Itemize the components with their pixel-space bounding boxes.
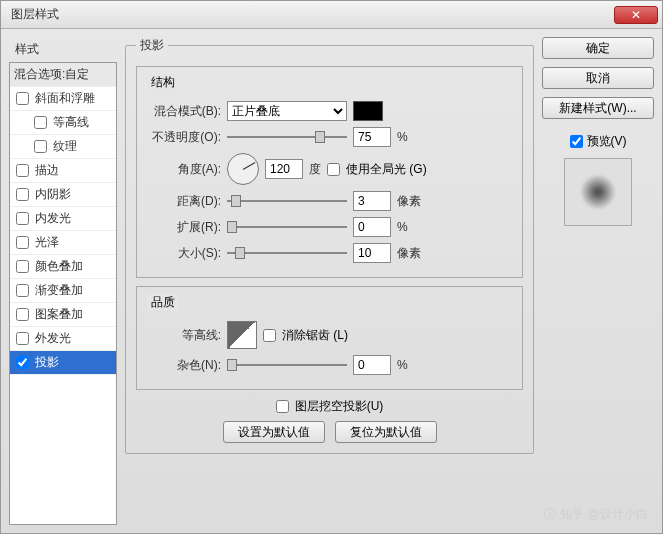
styles-title: 样式 [9, 37, 117, 62]
noise-input[interactable] [353, 355, 391, 375]
style-item-label: 外发光 [35, 330, 71, 347]
style-item-checkbox[interactable] [16, 356, 29, 369]
noise-unit: % [397, 358, 408, 372]
antialias-label: 消除锯齿 (L) [282, 327, 348, 344]
contour-picker[interactable] [227, 321, 257, 349]
style-item[interactable]: 内阴影 [10, 183, 116, 207]
quality-legend: 品质 [147, 294, 179, 311]
style-item[interactable]: 纹理 [10, 135, 116, 159]
size-slider[interactable] [227, 245, 347, 261]
make-default-button[interactable]: 设置为默认值 [223, 421, 325, 443]
size-unit: 像素 [397, 245, 421, 262]
style-item-checkbox[interactable] [16, 212, 29, 225]
angle-label: 角度(A): [147, 161, 221, 178]
section-title: 投影 [136, 37, 168, 54]
angle-unit: 度 [309, 161, 321, 178]
dialog-title: 图层样式 [11, 6, 614, 23]
noise-label: 杂色(N): [147, 357, 221, 374]
size-input[interactable] [353, 243, 391, 263]
new-style-button[interactable]: 新建样式(W)... [542, 97, 654, 119]
style-item[interactable]: 渐变叠加 [10, 279, 116, 303]
spread-unit: % [397, 220, 408, 234]
style-item[interactable]: 图案叠加 [10, 303, 116, 327]
size-label: 大小(S): [147, 245, 221, 262]
style-item-checkbox[interactable] [16, 332, 29, 345]
close-button[interactable]: ✕ [614, 6, 658, 24]
quality-group: 品质 等高线: 消除锯齿 (L) 杂色(N): % [136, 286, 523, 390]
style-item-checkbox[interactable] [16, 308, 29, 321]
shadow-color-swatch[interactable] [353, 101, 383, 121]
angle-input[interactable] [265, 159, 303, 179]
antialias-checkbox[interactable] [263, 329, 276, 342]
preview-label: 预览(V) [587, 133, 627, 150]
style-item-checkbox[interactable] [16, 188, 29, 201]
opacity-unit: % [397, 130, 408, 144]
layer-style-dialog: 图层样式 ✕ 样式 混合选项:自定 斜面和浮雕等高线纹理描边内阴影内发光光泽颜色… [0, 0, 663, 534]
style-item-label: 内发光 [35, 210, 71, 227]
blend-mode-select[interactable]: 正片叠底 [227, 101, 347, 121]
style-item[interactable]: 内发光 [10, 207, 116, 231]
knockout-label: 图层挖空投影(U) [295, 398, 384, 415]
style-item-label: 渐变叠加 [35, 282, 83, 299]
style-item-label: 图案叠加 [35, 306, 83, 323]
style-item-checkbox[interactable] [16, 284, 29, 297]
style-item[interactable]: 颜色叠加 [10, 255, 116, 279]
spread-slider[interactable] [227, 219, 347, 235]
spread-label: 扩展(R): [147, 219, 221, 236]
style-item-checkbox[interactable] [16, 92, 29, 105]
close-icon: ✕ [631, 8, 641, 22]
right-panel: 确定 取消 新建样式(W)... 预览(V) [542, 37, 654, 525]
opacity-input[interactable] [353, 127, 391, 147]
blend-mode-label: 混合模式(B): [147, 103, 221, 120]
style-item-label: 颜色叠加 [35, 258, 83, 275]
spread-input[interactable] [353, 217, 391, 237]
contour-label: 等高线: [147, 327, 221, 344]
style-item-checkbox[interactable] [34, 140, 47, 153]
angle-dial[interactable] [227, 153, 259, 185]
reset-default-button[interactable]: 复位为默认值 [335, 421, 437, 443]
style-item-label: 内阴影 [35, 186, 71, 203]
style-item-checkbox[interactable] [16, 164, 29, 177]
use-global-light-checkbox[interactable] [327, 163, 340, 176]
distance-unit: 像素 [397, 193, 421, 210]
structure-legend: 结构 [147, 74, 179, 91]
distance-slider[interactable] [227, 193, 347, 209]
style-item[interactable]: 外发光 [10, 327, 116, 351]
style-item[interactable]: 描边 [10, 159, 116, 183]
style-item-label: 光泽 [35, 234, 59, 251]
distance-input[interactable] [353, 191, 391, 211]
drop-shadow-group: 投影 结构 混合模式(B): 正片叠底 不透明度(O): % [125, 37, 534, 454]
preview-checkbox[interactable] [570, 135, 583, 148]
distance-label: 距离(D): [147, 193, 221, 210]
style-item[interactable]: 光泽 [10, 231, 116, 255]
blend-options-header[interactable]: 混合选项:自定 [10, 63, 116, 87]
style-item[interactable]: 投影 [10, 351, 116, 375]
styles-list: 混合选项:自定 斜面和浮雕等高线纹理描边内阴影内发光光泽颜色叠加渐变叠加图案叠加… [9, 62, 117, 525]
preview-shadow-icon [580, 174, 616, 210]
titlebar: 图层样式 ✕ [1, 1, 662, 29]
noise-slider[interactable] [227, 357, 347, 373]
ok-button[interactable]: 确定 [542, 37, 654, 59]
style-item-checkbox[interactable] [34, 116, 47, 129]
style-item[interactable]: 斜面和浮雕 [10, 87, 116, 111]
style-item-label: 投影 [35, 354, 59, 371]
preview-thumbnail [564, 158, 632, 226]
styles-panel: 样式 混合选项:自定 斜面和浮雕等高线纹理描边内阴影内发光光泽颜色叠加渐变叠加图… [9, 37, 117, 525]
opacity-slider[interactable] [227, 129, 347, 145]
style-item-label: 描边 [35, 162, 59, 179]
settings-panel: 投影 结构 混合模式(B): 正片叠底 不透明度(O): % [125, 37, 534, 525]
style-item-checkbox[interactable] [16, 236, 29, 249]
structure-group: 结构 混合模式(B): 正片叠底 不透明度(O): % 角度(A): [136, 66, 523, 278]
style-item-label: 纹理 [53, 138, 77, 155]
style-item[interactable]: 等高线 [10, 111, 116, 135]
style-item-checkbox[interactable] [16, 260, 29, 273]
style-item-label: 等高线 [53, 114, 89, 131]
use-global-light-label: 使用全局光 (G) [346, 161, 427, 178]
opacity-label: 不透明度(O): [147, 129, 221, 146]
cancel-button[interactable]: 取消 [542, 67, 654, 89]
style-item-label: 斜面和浮雕 [35, 90, 95, 107]
knockout-checkbox[interactable] [276, 400, 289, 413]
